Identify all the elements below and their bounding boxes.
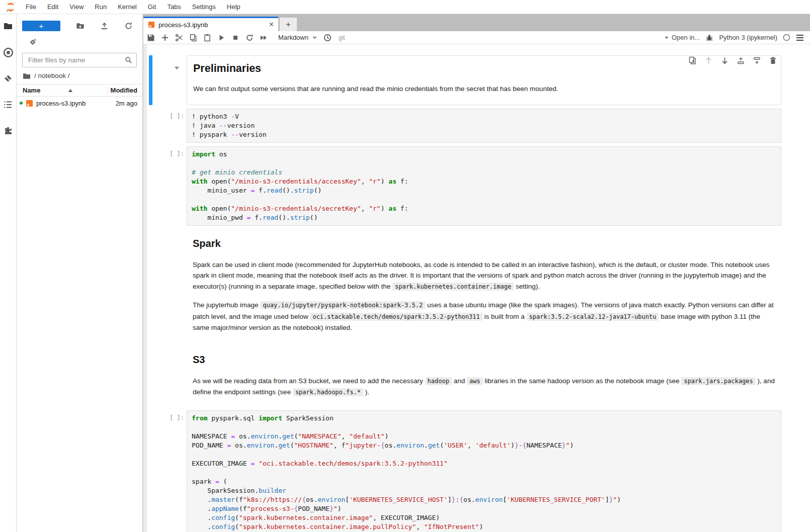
file-browser-icon[interactable] [3, 21, 14, 32]
menu-run[interactable]: Run [89, 0, 112, 14]
code-line: .config("spark.kubernetes.container.imag… [192, 513, 776, 522]
new-folder-icon[interactable] [76, 22, 85, 30]
code-line: POD_NAME = os.environ.get("HOSTNAME", f"… [192, 441, 776, 450]
running-sessions-icon[interactable] [3, 47, 14, 58]
code-line: NAMESPACE = os.environ.get("NAMESPACE", … [192, 432, 776, 441]
copy-cells-icon[interactable] [189, 34, 197, 42]
run-cell-icon[interactable] [217, 34, 225, 42]
left-sidebar-rail [0, 14, 17, 532]
restart-kernel-icon[interactable] [246, 34, 254, 42]
cell-type-value: Markdown [278, 34, 308, 41]
sort-ascending-icon[interactable] [68, 89, 72, 92]
insert-cell-icon[interactable] [161, 34, 169, 42]
code-cell[interactable]: [ ]:! python3 -V! java --version! pyspar… [143, 109, 810, 143]
code-line: from pyspark.sql import SparkSession [192, 414, 776, 423]
extension-manager-icon[interactable] [3, 125, 14, 136]
close-tab-icon[interactable]: × [269, 21, 274, 29]
save-icon[interactable] [147, 34, 155, 42]
file-browser-second-toolbar [17, 31, 142, 48]
code-line: ! python3 -V [192, 112, 776, 121]
restart-run-all-icon[interactable] [260, 34, 268, 42]
cut-cells-icon[interactable] [175, 34, 183, 42]
code-line: .appName(f"process-s3-{POD_NAME}") [192, 504, 776, 513]
delete-cell-icon[interactable] [769, 56, 777, 65]
file-list-header: Name Modified [17, 84, 142, 97]
cell-prompt-zone [166, 55, 187, 105]
menu-kernel[interactable]: Kernel [112, 0, 142, 14]
git-toolbar-label[interactable]: git [339, 34, 345, 41]
duplicate-cell-icon[interactable] [688, 56, 697, 65]
home-folder-icon[interactable] [23, 72, 31, 79]
panel-divider[interactable] [142, 14, 143, 532]
open-in-label: Open in... [672, 34, 700, 41]
markdown-h2: S3 [193, 354, 775, 366]
interrupt-kernel-icon[interactable] [231, 34, 239, 42]
filter-files-input[interactable] [22, 53, 137, 67]
insert-cell-below-icon[interactable] [753, 56, 761, 65]
tab-process-s3[interactable]: process-s3.ipynb × [143, 17, 278, 31]
refresh-file-list-icon[interactable] [124, 22, 133, 30]
menu-edit[interactable]: Edit [42, 0, 64, 14]
menu-file[interactable]: File [20, 0, 42, 14]
markdown-p: We can first output some versions that a… [193, 83, 775, 95]
markdown-p: The jupyterhub image quay.io/jupyter/pys… [193, 300, 775, 333]
menu-help[interactable]: Help [221, 0, 246, 14]
chevron-down-icon [312, 35, 317, 40]
markdown-cell[interactable]: S3As we will be reading data from an S3 … [143, 345, 810, 407]
column-name[interactable]: Name [23, 86, 40, 94]
git-sidebar-icon[interactable] [3, 73, 14, 84]
code-line: EXECUTOR_IMAGE = "oci.stackable.tech/dem… [192, 459, 776, 468]
code-line [192, 423, 776, 432]
code-editor[interactable]: ! python3 -V! java --version! pyspark --… [187, 109, 781, 143]
rendered-markdown[interactable]: S3As we will be reading data from an S3 … [187, 345, 781, 407]
git-clone-icon[interactable] [29, 38, 37, 46]
file-name[interactable]: process-s3.ipynb [36, 100, 86, 107]
breadcrumb[interactable]: / notebook / [17, 70, 142, 84]
search-icon [125, 56, 132, 64]
new-launcher-button[interactable]: + [22, 21, 60, 31]
insert-cell-above-icon[interactable] [737, 56, 745, 65]
execution-time-icon[interactable] [323, 34, 332, 42]
inline-code: spark.hadoopo.fs.* [293, 388, 363, 396]
file-row[interactable]: process-s3.ipynb 2m ago [17, 97, 142, 110]
column-modified[interactable]: Modified [111, 86, 137, 94]
menu-tabs[interactable]: Tabs [161, 0, 186, 14]
cell-prompt: [ ]: [166, 410, 187, 421]
inline-code: aws [467, 377, 483, 385]
code-line: .config("spark.kubernetes.container.imag… [192, 522, 776, 531]
rendered-markdown[interactable]: SparkSpark can be used in client mode (r… [187, 229, 781, 342]
cell-prompt-zone: [ ]: [166, 109, 187, 143]
code-editor[interactable]: import os # get minio credentialswith op… [187, 146, 781, 226]
menu-view[interactable]: View [64, 0, 89, 14]
column-divider[interactable] [107, 86, 108, 95]
move-cell-up-icon[interactable] [704, 56, 713, 65]
code-line: SparkSession.builder [192, 486, 776, 495]
collapse-heading-icon[interactable] [174, 65, 180, 71]
inline-code: spark.kubernetes.container.image [392, 283, 514, 291]
hamburger-menu-icon[interactable] [796, 34, 804, 41]
cell-toolbar [688, 56, 777, 65]
upload-icon[interactable] [100, 22, 109, 30]
open-in-dropdown[interactable]: Open in... [664, 34, 700, 41]
inline-code: oci.stackable.tech/demos/spark:3.5.2-pyt… [310, 313, 482, 321]
breadcrumb-path[interactable]: / notebook / [34, 72, 70, 79]
markdown-cell[interactable]: SparkSpark can be used in client mode (r… [143, 229, 810, 342]
paste-cells-icon[interactable] [203, 34, 211, 42]
code-editor[interactable]: from pyspark.sql import SparkSession NAM… [187, 410, 781, 532]
running-kernel-dot [20, 102, 23, 105]
menu-git[interactable]: Git [142, 0, 162, 14]
cell-type-dropdown[interactable]: Markdown [278, 34, 317, 41]
debugger-bug-icon[interactable] [705, 34, 713, 42]
tab-label: process-s3.ipynb [158, 21, 208, 29]
notebook-file-icon [26, 100, 33, 107]
code-cell[interactable]: [ ]:from pyspark.sql import SparkSession… [143, 410, 810, 532]
new-tab-button[interactable]: + [280, 18, 297, 31]
table-of-contents-icon[interactable] [3, 99, 14, 110]
move-cell-down-icon[interactable] [720, 56, 729, 65]
code-line: import os [192, 150, 776, 159]
cell-prompt-zone: [ ]: [166, 410, 187, 532]
code-cell[interactable]: [ ]:import os # get minio credentialswit… [143, 146, 810, 226]
kernel-name[interactable]: Python 3 (ipykernel) [719, 34, 777, 41]
menu-settings[interactable]: Settings [187, 0, 221, 14]
kernel-status-icon[interactable] [783, 34, 790, 41]
